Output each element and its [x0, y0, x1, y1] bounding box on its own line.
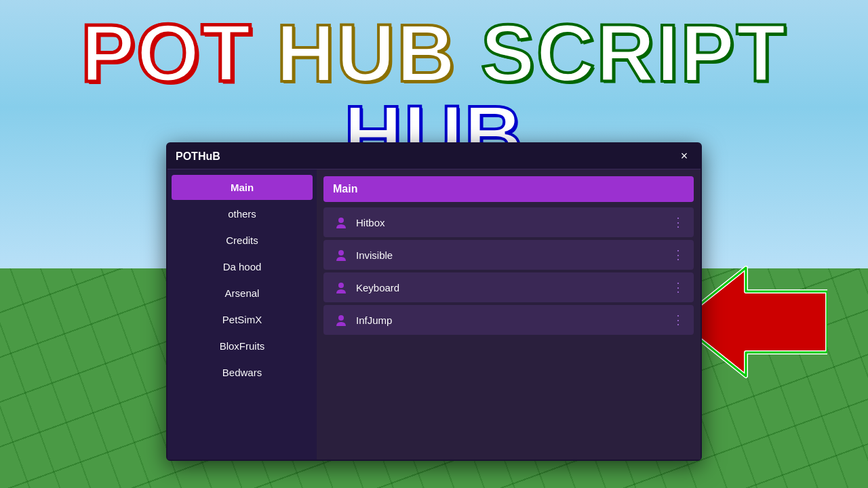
svg-point-2: [338, 218, 344, 223]
svg-point-4: [338, 283, 344, 288]
sidebar-item-bloxfruits[interactable]: BloxFruits: [172, 333, 313, 359]
script-icon-hitbox: [333, 214, 349, 230]
sidebar-item-petsimx[interactable]: PetSimX: [172, 307, 313, 332]
dialog-body: Main others Credits Da hood Arsenal PetS…: [167, 169, 701, 460]
dialog-window: POTHuB × Main others Credits Da hood Ars…: [166, 142, 702, 461]
script-menu-keyboard[interactable]: ⋮: [672, 281, 684, 293]
sidebar: Main others Credits Da hood Arsenal PetS…: [167, 169, 317, 460]
script-name-infjump: InfJump: [356, 314, 665, 326]
dialog-title: POTHuB: [176, 150, 220, 163]
sidebar-item-arsenal[interactable]: Arsenal: [172, 281, 313, 306]
title-word-pot: POT: [81, 7, 252, 98]
sidebar-item-others[interactable]: others: [172, 201, 313, 226]
close-button[interactable]: ×: [676, 148, 692, 165]
title-word-hub1: HUB: [276, 7, 456, 98]
script-menu-infjump[interactable]: ⋮: [672, 314, 684, 326]
svg-point-3: [338, 250, 344, 256]
script-icon-keyboard: [333, 279, 349, 296]
script-menu-hitbox[interactable]: ⋮: [672, 216, 684, 228]
script-name-keyboard: Keyboard: [356, 282, 665, 293]
script-item-keyboard[interactable]: Keyboard ⋮: [323, 272, 694, 302]
sidebar-item-credits[interactable]: Credits: [172, 228, 313, 253]
sidebar-item-dahood[interactable]: Da hood: [172, 254, 313, 279]
script-item-hitbox[interactable]: Hitbox ⋮: [323, 207, 694, 237]
script-name-hitbox: Hitbox: [356, 217, 665, 228]
script-name-invisible: Invisible: [356, 249, 665, 261]
sidebar-item-main[interactable]: Main: [172, 175, 313, 200]
script-icon-invisible: [333, 247, 349, 263]
title-word-script: SCRIPT: [481, 7, 787, 98]
script-item-infjump[interactable]: InfJump ⋮: [323, 305, 694, 335]
script-icon-infjump: [333, 312, 349, 328]
script-item-invisible[interactable]: Invisible ⋮: [323, 240, 694, 270]
script-menu-invisible[interactable]: ⋮: [672, 249, 684, 261]
section-header: Main: [323, 176, 694, 202]
sidebar-item-bedwars[interactable]: Bedwars: [172, 360, 313, 385]
main-content: Main Hitbox ⋮: [317, 169, 701, 460]
dialog-titlebar: POTHuB ×: [167, 144, 701, 169]
svg-point-5: [338, 315, 344, 321]
